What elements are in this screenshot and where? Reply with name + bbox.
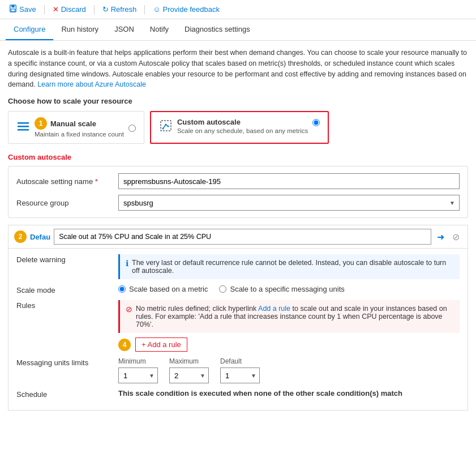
scale-mode-row: Scale mode Scale based on a metric Scale… [16,285,460,294]
scale-specific-radio[interactable] [219,285,226,293]
main-content: Autoscale is a built-in feature that hel… [0,41,476,417]
rules-error-box: ⊘ No metric rules defined; click hyperli… [118,300,460,333]
delete-warning-box: ℹ The very last or default recurrence ru… [118,254,460,279]
schedule-content: This scale condition is executed when no… [118,389,460,398]
condition-step-badge: 2 [14,230,27,243]
manual-scale-desc: Maintain a fixed instance count [35,131,124,138]
settings-box: Autoscale setting name * Resource group … [8,166,468,218]
tab-diagnostics[interactable]: Diagnostics settings [177,19,258,40]
condition-delete-button[interactable]: ⊘ [450,230,462,243]
manual-scale-icon [16,119,30,136]
discard-icon: ✕ [53,5,59,14]
condition-select[interactable]: Scale out at 75% CPU and Scale in at 25%… [54,229,431,245]
condition-select-wrap: Scale out at 75% CPU and Scale in at 25%… [54,229,431,245]
autoscale-name-input[interactable] [118,173,460,189]
svg-point-11 [167,126,169,127]
scale-metric-radio[interactable] [118,285,126,293]
condition-default-label: Defau [30,233,50,241]
limits-content: Minimum 124 ▼ Maximum 124 [118,357,460,383]
tabs-bar: Configure Run history JSON Notify Diagno… [0,19,476,41]
tab-configure[interactable]: Configure [6,19,53,40]
save-label: Save [19,5,36,14]
svg-rect-6 [161,121,171,131]
add-rule-link[interactable]: Add a rule [258,305,290,313]
condition-bar: 2 Defau Scale out at 75% CPU and Scale i… [8,225,468,249]
limits-row: Messaging units limits Minimum 124 ▼ Max… [16,357,460,383]
info-icon: ℹ [126,259,128,275]
svg-point-9 [162,128,164,130]
minimum-select[interactable]: 124 [118,367,158,383]
custom-autoscale-icon [159,119,173,134]
default-select[interactable]: 124 [220,367,260,383]
condition-arrow-right-button[interactable]: ➜ [435,230,447,243]
delete-warning-row: Delete warning ℹ The very last or defaul… [16,254,460,279]
svg-rect-2 [11,9,15,11]
limits-row-inner: Minimum 124 ▼ Maximum 124 [118,357,460,383]
custom-autoscale-card[interactable]: Custom autoscale Scale on any schedule, … [150,111,329,144]
custom-autoscale-radio[interactable] [312,119,320,126]
rules-label: Rules [16,300,118,310]
custom-autoscale-section-label: Custom autoscale [8,153,468,161]
schedule-note: This scale condition is executed when no… [118,389,402,398]
minimum-label: Minimum [118,357,158,365]
tab-json[interactable]: JSON [106,19,142,40]
scale-metric-label: Scale based on a metric [129,285,208,293]
tab-run-history[interactable]: Run history [53,19,106,40]
maximum-select-wrap: 124 ▼ [169,367,209,383]
minimum-item: Minimum 124 ▼ [118,357,158,383]
discard-label: Discard [61,5,86,14]
default-label: Default [220,357,260,365]
resource-group-select[interactable]: spsbusrg [118,195,460,211]
feedback-icon: ☺ [153,5,160,14]
default-select-wrap: 124 ▼ [220,367,260,383]
manual-scale-card[interactable]: 1 Manual scale Maintain a fixed instance… [8,111,144,144]
save-button[interactable]: Save [6,3,40,15]
scale-metric-option[interactable]: Scale based on a metric [118,285,208,293]
add-rule-step-badge: 4 [118,339,131,351]
separator [44,5,45,14]
resource-group-label: Resource group [16,199,118,207]
scale-specific-option[interactable]: Scale to a specific messaging units [219,285,344,293]
separator2 [94,5,95,14]
svg-rect-5 [18,129,29,131]
tab-notify[interactable]: Notify [142,19,177,40]
custom-autoscale-desc: Scale on any schedule, based on any metr… [177,127,308,134]
scale-options: 1 Manual scale Maintain a fixed instance… [8,111,468,144]
resource-group-row: Resource group spsbusrg ▼ [16,195,460,211]
maximum-select[interactable]: 124 [169,367,209,383]
feedback-button[interactable]: ☺ Provide feedback [149,4,223,15]
svg-rect-4 [18,126,29,127]
scale-specific-label: Scale to a specific messaging units [230,285,344,293]
maximum-label: Maximum [169,357,209,365]
error-icon: ⊘ [126,305,132,328]
feedback-label: Provide feedback [163,5,220,14]
discard-button[interactable]: ✕ Discard [49,4,89,15]
svg-rect-1 [11,5,14,7]
custom-autoscale-title: Custom autoscale [177,118,241,126]
resource-group-select-wrap: spsbusrg ▼ [118,195,460,211]
refresh-label: Refresh [111,5,137,14]
svg-rect-3 [18,122,29,124]
svg-point-10 [165,124,166,126]
section-title-scale: Choose how to scale your resource [8,97,468,105]
default-item: Default 124 ▼ [220,357,260,383]
add-rule-button[interactable]: + Add a rule [135,337,187,352]
refresh-button[interactable]: ↻ Refresh [99,4,140,15]
intro-text: Autoscale is a built-in feature that hel… [8,48,468,90]
learn-more-link[interactable]: Learn more about Azure Autoscale [37,80,146,88]
scale-mode-label: Scale mode [16,285,118,294]
refresh-icon: ↻ [102,5,109,14]
schedule-label: Schedule [16,389,118,399]
rules-content: ⊘ No metric rules defined; click hyperli… [118,300,460,352]
scale-mode-radio-group: Scale based on a metric Scale to a speci… [118,285,460,293]
limits-label: Messaging units limits [16,357,118,367]
manual-scale-radio[interactable] [128,125,136,132]
toolbar: Save ✕ Discard ↻ Refresh ☺ Provide feedb… [0,0,476,19]
autoscale-name-label: Autoscale setting name * [16,177,118,186]
delete-warning-label: Delete warning [16,254,118,264]
rules-error-text: No metric rules defined; click hyperlink… [136,305,454,328]
delete-warning-text: The very last or default recurrence rule… [132,259,454,275]
minimum-select-wrap: 124 ▼ [118,367,158,383]
manual-scale-step: 1 [35,117,47,130]
condition-details: Delete warning ℹ The very last or defaul… [8,249,468,411]
